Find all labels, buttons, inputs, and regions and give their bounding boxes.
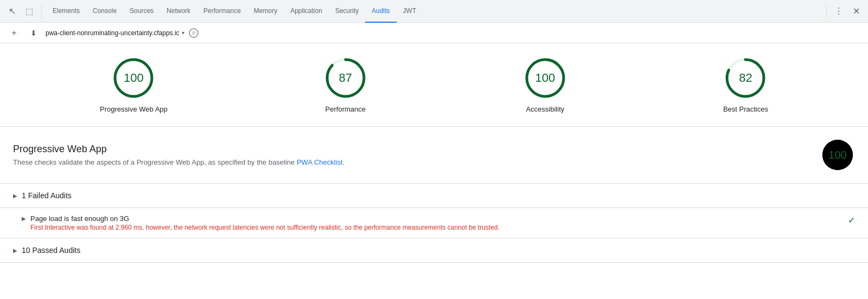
- audit-item-title-0: Page load is fast enough on 3G: [30, 214, 844, 223]
- block-icon: ⊘: [189, 28, 199, 38]
- audit-item-desc-0: First Interactive was found at 2,960 ms,…: [30, 224, 844, 231]
- score-circle-accessibility: 100: [524, 56, 567, 100]
- tab-security[interactable]: Security: [329, 0, 365, 23]
- passed-audits-label: 10 Passed Audits: [22, 246, 80, 255]
- plus-icon: +: [11, 28, 16, 38]
- score-item-accessibility: 100 Accessibility: [524, 56, 567, 113]
- tab-network[interactable]: Network: [160, 0, 197, 23]
- score-circle-performance: 87: [324, 56, 367, 100]
- score-label-accessibility: Accessibility: [526, 105, 564, 113]
- audit-item-content-0: Page load is fast enough on 3G First Int…: [30, 214, 844, 231]
- score-number-performance: 87: [339, 71, 352, 85]
- passed-audits-header[interactable]: ▶ 10 Passed Audits: [0, 238, 868, 262]
- score-label-performance: Performance: [326, 105, 366, 113]
- section-description: These checks validate the aspects of a P…: [13, 158, 820, 166]
- tab-memory[interactable]: Memory: [247, 0, 284, 23]
- score-number-best-practices: 82: [739, 71, 752, 85]
- address-text: pwa-client-nonruminating-uncertainty.cfa…: [46, 29, 184, 37]
- device-icon: ⬚: [25, 6, 33, 16]
- address-bar: + ⬇ pwa-client-nonruminating-uncertainty…: [0, 23, 868, 43]
- score-item-pwa: 100 Progressive Web App: [100, 56, 168, 113]
- audit-item-row-0[interactable]: ▶ Page load is fast enough on 3G First I…: [0, 208, 868, 238]
- section-title: Progressive Web App: [13, 144, 820, 155]
- tab-performance[interactable]: Performance: [197, 0, 247, 23]
- scores-row: 100 Progressive Web App 87 Performance 1…: [0, 43, 868, 127]
- failed-audits-header[interactable]: ▶ 1 Failed Audits: [0, 184, 868, 207]
- section-score-number: 100: [828, 149, 846, 161]
- close-button[interactable]: ✕: [848, 4, 864, 19]
- tab-application[interactable]: Application: [284, 0, 329, 23]
- score-item-best-practices: 82 Best Practices: [723, 56, 768, 113]
- audit-item-check-0: ✓: [848, 215, 855, 225]
- more-options-button[interactable]: ⋮: [831, 4, 846, 19]
- new-tab-button[interactable]: +: [7, 25, 22, 41]
- score-number-accessibility: 100: [535, 71, 556, 85]
- main-content: Progressive Web App These checks validat…: [0, 127, 868, 263]
- passed-audits-chevron: ▶: [13, 248, 17, 253]
- section-desc-before: These checks validate the aspects of a P…: [13, 158, 297, 166]
- devtools-nav: ElementsConsoleSourcesNetworkPerformance…: [46, 0, 822, 22]
- tab-elements[interactable]: Elements: [46, 0, 86, 23]
- failed-audits-group: ▶ 1 Failed Audits ▶ Page load is fast en…: [0, 184, 868, 238]
- cursor-icon: ↖: [9, 6, 16, 16]
- score-circle-best-practices: 82: [724, 56, 767, 100]
- failed-audits-label: 1 Failed Audits: [22, 191, 72, 200]
- tab-console[interactable]: Console: [86, 0, 123, 23]
- failed-audits-chevron: ▶: [13, 193, 17, 199]
- tab-jwt[interactable]: JWT: [397, 0, 423, 23]
- close-icon: ✕: [853, 6, 860, 16]
- toolbar-left-icons: ↖ ⬚: [4, 4, 42, 19]
- toolbar: ↖ ⬚ ElementsConsoleSourcesNetworkPerform…: [0, 0, 868, 23]
- cursor-tool-button[interactable]: ↖: [4, 4, 20, 19]
- score-label-pwa: Progressive Web App: [100, 105, 168, 113]
- download-button[interactable]: ⬇: [26, 25, 41, 41]
- section-desc-after: .: [343, 158, 345, 166]
- score-item-performance: 87 Performance: [324, 56, 367, 113]
- audit-item-chevron-0: ▶: [22, 216, 26, 222]
- device-toggle-button[interactable]: ⬚: [22, 4, 37, 19]
- score-label-best-practices: Best Practices: [723, 105, 768, 113]
- toolbar-right: ⋮ ✕: [831, 4, 864, 19]
- toolbar-divider: [826, 5, 827, 18]
- audit-item-0: ▶ Page load is fast enough on 3G First I…: [0, 207, 868, 238]
- url-chevron: ▾: [182, 30, 184, 36]
- more-icon: ⋮: [834, 6, 843, 16]
- download-icon: ⬇: [30, 29, 37, 37]
- score-circle-pwa: 100: [112, 56, 155, 100]
- section-score-circle: 100: [820, 138, 855, 172]
- tab-audits[interactable]: Audits: [365, 0, 396, 23]
- section-header-text: Progressive Web App These checks validat…: [13, 144, 820, 166]
- score-number-pwa: 100: [124, 71, 144, 85]
- section-header: Progressive Web App These checks validat…: [0, 127, 868, 184]
- passed-audits-group: ▶ 10 Passed Audits: [0, 238, 868, 263]
- pwa-checklist-link[interactable]: PWA Checklist: [297, 158, 343, 166]
- tab-sources[interactable]: Sources: [123, 0, 160, 23]
- url-text: pwa-client-nonruminating-uncertainty.cfa…: [46, 29, 180, 37]
